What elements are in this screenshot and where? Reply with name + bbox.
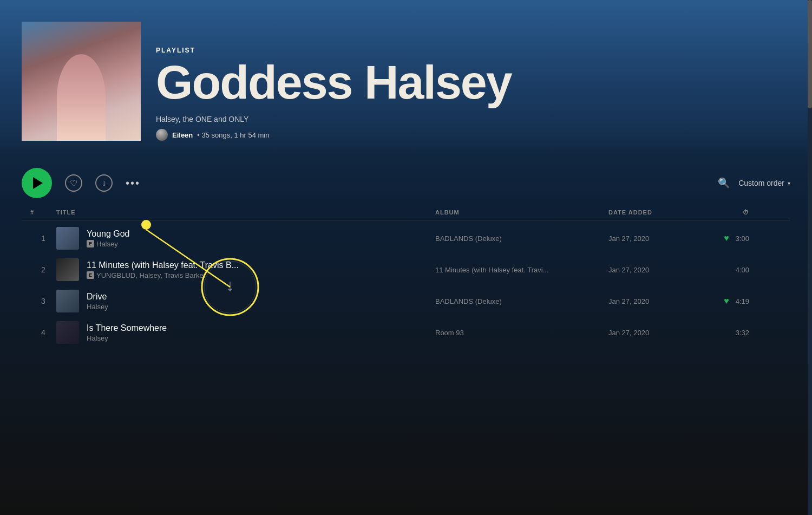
scrollbar-thumb[interactable] <box>808 0 812 108</box>
more-dots-icon: ••• <box>126 177 140 190</box>
sort-order-button[interactable]: Custom order ▾ <box>738 179 790 187</box>
track-duration: 4:19 <box>736 297 749 305</box>
duration-clock-icon: ⏱ <box>743 209 749 216</box>
track-text: 11 Minutes (with Halsey feat. Travis B..… <box>87 260 239 279</box>
track-duration: 4:00 <box>736 266 749 274</box>
playlist-title: Goddess Halsey <box>156 58 790 106</box>
table-row[interactable]: 2 11 Minutes (with Halsey feat. Travis B… <box>22 254 790 285</box>
track-list: # TITLE ALBUM DATE ADDED ⏱ 1 Young God E… <box>0 209 812 348</box>
track-date-added: Jan 27, 2020 <box>608 297 717 305</box>
track-duration: 3:32 <box>736 329 749 337</box>
hero-info: PLAYLIST Goddess Halsey Halsey, the ONE … <box>156 47 790 141</box>
track-title: Young God <box>87 229 129 239</box>
chevron-down-icon: ▾ <box>788 180 790 186</box>
playlist-stats: • 35 songs, 1 hr 54 min <box>197 131 269 139</box>
explicit-badge: E <box>87 240 94 247</box>
track-date-added: Jan 27, 2020 <box>608 329 717 337</box>
col-album: ALBUM <box>435 209 608 216</box>
track-title: Is There Somewhere <box>87 323 167 333</box>
track-number: 1 <box>30 234 56 243</box>
track-meta-right: 4:00 <box>717 266 749 274</box>
track-meta-right: ♥ 4:19 <box>717 296 749 306</box>
heart-icon: ♡ <box>70 178 77 188</box>
playlist-type-label: PLAYLIST <box>156 47 790 54</box>
track-text: Young God EHalsey <box>87 229 129 248</box>
col-date: DATE ADDED <box>608 209 717 216</box>
track-number: 2 <box>30 265 56 274</box>
table-header: # TITLE ALBUM DATE ADDED ⏱ <box>22 209 790 220</box>
hero-section: PLAYLIST Goddess Halsey Halsey, the ONE … <box>0 0 812 157</box>
download-icon: ↓ <box>102 178 106 188</box>
controls-bar: ♡ ↓ ••• 🔍 Custom order ▾ <box>0 157 812 209</box>
track-date-added: Jan 27, 2020 <box>608 266 717 274</box>
track-text: Drive Halsey <box>87 292 108 311</box>
search-icon: 🔍 <box>718 178 730 188</box>
track-info: Drive Halsey <box>56 290 435 312</box>
col-num: # <box>30 209 56 216</box>
liked-icon: ♥ <box>724 296 729 306</box>
search-button[interactable]: 🔍 <box>718 177 730 189</box>
track-album: Room 93 <box>435 329 608 337</box>
liked-icon: ♥ <box>724 233 729 243</box>
track-info: Is There Somewhere Halsey <box>56 321 435 344</box>
sort-label: Custom order <box>738 179 784 187</box>
track-thumbnail <box>56 227 79 250</box>
track-info: Young God EHalsey <box>56 227 435 250</box>
track-thumbnail <box>56 321 79 344</box>
table-row[interactable]: 3 Drive Halsey BADLANDS (Deluxe) Jan 27,… <box>22 285 790 317</box>
like-button[interactable]: ♡ <box>65 174 82 192</box>
track-rows: 1 Young God EHalsey BADLANDS (Deluxe) Ja… <box>22 223 790 348</box>
play-button[interactable] <box>22 168 52 198</box>
controls-right: 🔍 Custom order ▾ <box>718 177 790 189</box>
track-duration: 3:00 <box>736 234 749 243</box>
track-artist: EYUNGBLUD, Halsey, Travis Barker <box>87 271 239 279</box>
col-duration: ⏱ <box>717 209 749 216</box>
owner-name: Eileen <box>172 131 193 139</box>
play-triangle-icon <box>33 177 43 189</box>
track-title: Drive <box>87 292 108 302</box>
owner-avatar <box>156 129 168 141</box>
track-date-added: Jan 27, 2020 <box>608 234 717 243</box>
table-row[interactable]: 4 Is There Somewhere Halsey Room 93 Jan … <box>22 317 790 348</box>
track-meta-right: ♥ 3:00 <box>717 233 749 243</box>
track-title: 11 Minutes (with Halsey feat. Travis B..… <box>87 260 239 270</box>
track-meta-right: 3:32 <box>717 329 749 337</box>
track-album: BADLANDS (Deluxe) <box>435 297 608 305</box>
track-artist: EHalsey <box>87 240 129 248</box>
playlist-cover-art <box>22 22 141 141</box>
col-title: TITLE <box>56 209 435 216</box>
track-number: 3 <box>30 297 56 305</box>
track-artist: Halsey <box>87 303 108 311</box>
track-number: 4 <box>30 328 56 337</box>
track-album: BADLANDS (Deluxe) <box>435 234 608 243</box>
track-thumbnail <box>56 258 79 281</box>
track-artist: Halsey <box>87 334 167 342</box>
track-info: 11 Minutes (with Halsey feat. Travis B..… <box>56 258 435 281</box>
playlist-meta: Eileen • 35 songs, 1 hr 54 min <box>156 129 790 141</box>
more-options-button[interactable]: ••• <box>126 177 140 190</box>
track-thumbnail <box>56 290 79 312</box>
col-spacer <box>749 209 782 216</box>
track-album: 11 Minutes (with Halsey feat. Travi... <box>435 266 608 274</box>
playlist-description: Halsey, the ONE and ONLY <box>156 115 790 123</box>
track-text: Is There Somewhere Halsey <box>87 323 167 342</box>
scrollbar[interactable] <box>808 0 812 515</box>
table-row[interactable]: 1 Young God EHalsey BADLANDS (Deluxe) Ja… <box>22 223 790 254</box>
explicit-badge: E <box>87 271 94 279</box>
download-button[interactable]: ↓ <box>95 174 113 192</box>
